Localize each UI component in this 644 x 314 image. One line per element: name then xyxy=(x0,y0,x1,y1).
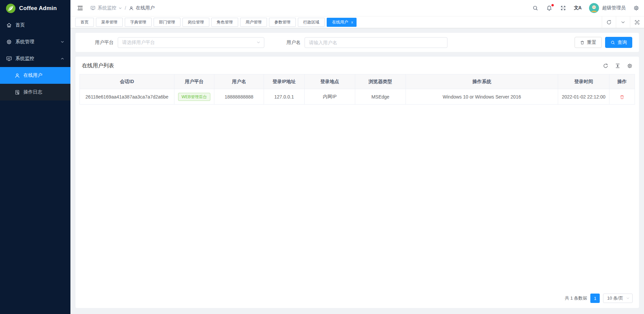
tab-item-2[interactable]: 字典管理 xyxy=(125,18,152,27)
tab-tools xyxy=(602,16,644,28)
sidebar: Coffee Admin 首页 系统管理 xyxy=(0,0,70,314)
cell-login-ip: 127.0.0.1 xyxy=(264,89,305,105)
sidebar-item-online-users[interactable]: 在线用户 xyxy=(0,67,70,84)
topbar: 系统监控 / 在线用户 xyxy=(70,0,644,16)
online-users-card: 在线用户列表 xyxy=(75,57,639,308)
settings-gear-icon[interactable] xyxy=(633,5,639,11)
page-size-select[interactable]: 10 条/页 xyxy=(603,294,633,303)
open-tabs: 首页 菜单管理 字典管理 部门管理 岗位管理 角色管理 用户管理 参数管理 行政… xyxy=(70,16,602,28)
sidebar-submenu-system-monitor: 在线用户 操作日志 xyxy=(0,67,70,101)
breadcrumb-separator: / xyxy=(125,5,126,11)
col-session-id: 会话ID xyxy=(80,74,174,89)
chevron-down-icon xyxy=(626,296,630,300)
search-button-label: 查询 xyxy=(618,40,627,46)
card-header: 在线用户列表 xyxy=(75,57,639,74)
tab-item-6[interactable]: 用户管理 xyxy=(240,18,267,27)
notification-dot xyxy=(551,4,554,6)
tab-label: 在线用户 xyxy=(332,19,348,25)
cell-platform: WEB管理后台 xyxy=(174,89,214,105)
platform-tag: WEB管理后台 xyxy=(178,93,210,101)
search-icon[interactable] xyxy=(532,5,538,11)
gear-icon xyxy=(6,39,12,45)
breadcrumb: 系统监控 / 在线用户 xyxy=(90,5,155,11)
table-row[interactable]: 26118e6169aa41a387aa3ca7a7d2a6be WEB管理后台… xyxy=(80,89,635,105)
tab-item-8[interactable]: 行政区域 xyxy=(298,18,325,27)
sidebar-item-label: 在线用户 xyxy=(23,72,42,78)
filter-bar: 用户平台 请选择用户平台 用户名 xyxy=(75,33,639,52)
breadcrumb-label: 在线用户 xyxy=(136,5,155,11)
table-density-icon[interactable] xyxy=(615,63,621,69)
sidebar-menu: 首页 系统管理 xyxy=(0,17,70,101)
tab-item-7[interactable]: 参数管理 xyxy=(269,18,296,27)
leaf-logo-icon xyxy=(6,3,16,13)
sidebar-item-label: 首页 xyxy=(15,22,25,28)
platform-label: 用户平台 xyxy=(95,40,114,46)
pagination-page-1[interactable]: 1 xyxy=(590,294,600,303)
delete-session-button[interactable] xyxy=(620,95,625,100)
refresh-table-icon[interactable] xyxy=(603,63,608,69)
tab-item-9-active[interactable]: 在线用户 x xyxy=(327,18,357,27)
tab-close-icon[interactable]: x xyxy=(351,20,353,24)
sidebar-item-operation-logs[interactable]: 操作日志 xyxy=(0,84,70,101)
tab-item-1[interactable]: 菜单管理 xyxy=(96,18,123,27)
chevron-down-icon xyxy=(256,40,261,45)
translate-icon[interactable]: 文A xyxy=(574,5,581,11)
chevron-up-icon xyxy=(60,57,64,61)
user-menu[interactable]: 超级管理员 xyxy=(589,3,626,13)
home-icon xyxy=(6,22,12,28)
sidebar-item-system-management[interactable]: 系统管理 xyxy=(0,34,70,50)
card-tools xyxy=(603,63,633,69)
platform-select-placeholder: 请选择用户平台 xyxy=(122,40,155,46)
tab-item-0[interactable]: 首页 xyxy=(75,18,94,27)
breadcrumb-item-system-monitor[interactable]: 系统监控 xyxy=(90,5,122,11)
username-label: 用户名 xyxy=(286,40,301,46)
filter-actions: 重置 查询 xyxy=(575,37,632,48)
notification-bell-icon[interactable] xyxy=(546,5,552,11)
search-icon xyxy=(610,40,615,45)
user-icon xyxy=(14,73,20,78)
platform-select[interactable]: 请选择用户平台 xyxy=(118,37,264,48)
table-header-row: 会话ID 用户平台 用户名 登录IP地址 登录地点 浏览器类型 操作系统 登录时… xyxy=(80,74,635,89)
fullscreen-icon[interactable] xyxy=(560,5,566,11)
breadcrumb-label: 系统监控 xyxy=(98,5,116,11)
pagination: 共 1 条数据 1 10 条/页 xyxy=(75,294,639,308)
username-input[interactable] xyxy=(305,37,447,48)
monitor-icon xyxy=(90,5,96,11)
user-icon xyxy=(129,6,134,11)
app-root: Coffee Admin 首页 系统管理 xyxy=(0,0,644,314)
app-logo[interactable]: Coffee Admin xyxy=(0,0,70,17)
cell-login-time: 2022-01-02 22:12:00 xyxy=(558,89,609,105)
cell-username: 18888888888 xyxy=(214,89,264,105)
col-platform: 用户平台 xyxy=(174,74,214,89)
log-icon xyxy=(14,89,20,95)
sidebar-item-system-monitor[interactable]: 系统监控 xyxy=(0,50,70,67)
page-content: 用户平台 请选择用户平台 用户名 xyxy=(70,28,644,314)
reset-button-label: 重置 xyxy=(587,40,596,46)
sidebar-item-label: 系统监控 xyxy=(15,56,34,62)
tab-item-4[interactable]: 岗位管理 xyxy=(182,18,209,27)
sidebar-collapse-button[interactable] xyxy=(75,3,85,13)
search-button[interactable]: 查询 xyxy=(605,37,632,48)
tab-item-3[interactable]: 部门管理 xyxy=(154,18,180,27)
user-name: 超级管理员 xyxy=(602,5,626,11)
tab-item-5[interactable]: 角色管理 xyxy=(211,18,238,27)
tab-actions-chevron-icon[interactable] xyxy=(616,16,630,28)
refresh-tab-icon[interactable] xyxy=(602,16,616,28)
chevron-down-icon xyxy=(60,40,64,44)
maximize-content-icon[interactable] xyxy=(630,16,644,28)
col-actions: 操作 xyxy=(609,74,635,89)
col-login-time: 登录时间 xyxy=(558,74,609,89)
col-login-ip: 登录IP地址 xyxy=(264,74,305,89)
tabbar: 首页 菜单管理 字典管理 部门管理 岗位管理 角色管理 用户管理 参数管理 行政… xyxy=(70,16,644,28)
sidebar-item-label: 系统管理 xyxy=(15,39,34,45)
cell-os: Windows 10 or Windows Server 2016 xyxy=(406,89,558,105)
reset-button[interactable]: 重置 xyxy=(575,37,602,48)
main-area: 系统监控 / 在线用户 xyxy=(70,0,644,314)
chevron-down-icon xyxy=(118,6,122,10)
sidebar-item-home[interactable]: 首页 xyxy=(0,17,70,34)
column-settings-gear-icon[interactable] xyxy=(627,63,633,69)
col-browser: 浏览器类型 xyxy=(355,74,406,89)
col-os: 操作系统 xyxy=(406,74,558,89)
col-username: 用户名 xyxy=(214,74,264,89)
page-size-value: 10 条/页 xyxy=(607,295,623,301)
